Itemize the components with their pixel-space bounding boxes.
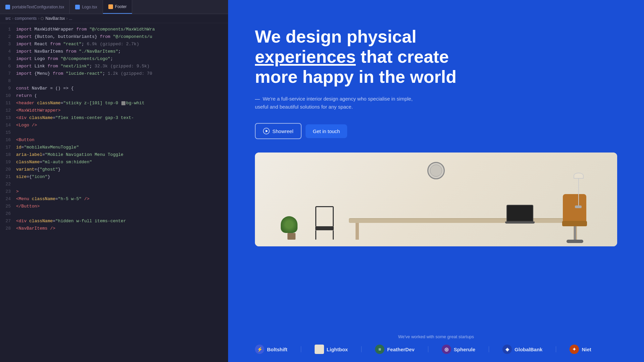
- component-icon: ⬡: [41, 16, 44, 21]
- code-line-19: className="ml-auto sm:hidden": [15, 159, 228, 166]
- ln-19: 19: [5, 159, 11, 166]
- ln-14: 14: [5, 122, 11, 129]
- breadcrumb-src: src: [5, 16, 11, 21]
- lamp-arm: [578, 179, 579, 205]
- code-line-11: <header className="sticky z-[101] top-0 …: [15, 100, 228, 107]
- room-scene: [255, 153, 617, 246]
- code-line-4: import NavBarItems from "./NavBarItems";: [15, 48, 228, 55]
- featherdev-label: FeatherDev: [387, 347, 415, 352]
- code-line-24: <Menu className="h-5 w-5" />: [15, 195, 228, 203]
- desk-surface: [349, 218, 584, 223]
- code-line-1: import MaxWidthWrapper from "@/component…: [15, 26, 228, 33]
- showreel-button[interactable]: Showreel: [255, 123, 302, 139]
- plant-pot: [287, 233, 296, 240]
- brown-chair-base: [574, 226, 576, 240]
- lightbox-icon: [315, 345, 324, 354]
- code-line-22: [15, 181, 228, 188]
- ln-13: 13: [5, 114, 11, 122]
- chair-back: [315, 206, 334, 226]
- ln-24: 24: [5, 195, 11, 203]
- globalbank-icon: ◈: [502, 345, 512, 354]
- plant: [285, 216, 298, 240]
- code-line-21: size={"icon"}: [15, 173, 228, 181]
- code-line-26: [15, 210, 228, 218]
- spherule-label: Spherule: [454, 347, 475, 352]
- hero-section: We design physical experiences that crea…: [228, 0, 644, 153]
- laptop-screen: [506, 205, 533, 222]
- ln-12: 12: [5, 107, 11, 114]
- code-line-15: [15, 129, 228, 136]
- code-line-17: id="mobileNavMenuToggle": [15, 144, 228, 151]
- contact-label: Get in touch: [313, 128, 340, 134]
- code-line-13: <div className="flex items-center gap-3 …: [15, 114, 228, 122]
- brown-chair-wheel: [567, 240, 583, 243]
- chair-leg-left: [315, 230, 316, 240]
- tab-label-3: Footer: [115, 4, 127, 9]
- line-numbers: 1 2 3 4 5 6 7 8 9 10 11 12 13 14 15 16 1…: [0, 23, 15, 362]
- lamp-base: [575, 205, 582, 208]
- divider-1: [301, 346, 301, 352]
- code-line-8: [15, 77, 228, 85]
- code-area: 1 2 3 4 5 6 7 8 9 10 11 12 13 14 15 16 1…: [0, 23, 228, 362]
- partial-icon: [108, 4, 113, 9]
- brown-chair-seat: [562, 221, 587, 226]
- code-line-2: import {Button, buttonVariants} from "@/…: [15, 33, 228, 41]
- brand-globalbank: ◈ GlobalBank: [502, 345, 542, 354]
- chair-leg-right: [333, 230, 334, 240]
- ln-3: 3: [8, 41, 11, 48]
- ln-16: 16: [5, 136, 11, 144]
- hero-subtitle: — We're a full-service interior design a…: [255, 95, 416, 111]
- ln-21: 21: [5, 173, 11, 181]
- code-editor-panel: portableTextConfiguration.tsx Logo.tsx F…: [0, 0, 228, 362]
- code-line-7: import {Menu} from "lucide-react"; 1.2k …: [15, 70, 228, 77]
- wall-clock: [427, 162, 445, 179]
- niet-icon: ✦: [570, 345, 579, 354]
- ln-10: 10: [5, 92, 11, 100]
- ln-23: 23: [5, 188, 11, 195]
- breadcrumb-ellipsis: ...: [69, 16, 72, 21]
- divider-2: [361, 346, 362, 352]
- boltshift-label: Boltshift: [267, 347, 287, 352]
- hero-buttons: Showreel Get in touch: [255, 123, 617, 139]
- laptop: [506, 205, 533, 224]
- code-line-12: <MaxWidthWrapper>: [15, 107, 228, 114]
- code-line-20: variant={"ghost"}: [15, 166, 228, 173]
- breadcrumb-components: components: [15, 16, 37, 21]
- brand-spherule: ◎ Spherule: [442, 345, 475, 354]
- ln-15: 15: [5, 129, 11, 136]
- globalbank-label: GlobalBank: [515, 347, 542, 352]
- ln-26: 26: [5, 210, 11, 218]
- divider-3: [428, 346, 428, 352]
- ln-9: 9: [8, 85, 11, 92]
- tsx-icon-2: [75, 5, 80, 9]
- laptop-base: [505, 222, 535, 224]
- room-image: [255, 153, 617, 246]
- tab-logo[interactable]: Logo.tsx: [70, 0, 103, 14]
- code-line-28: <NavBarItems />: [15, 225, 228, 232]
- brands-section: We've worked with some great startups ⚡ …: [228, 326, 644, 362]
- code-line-25: </Button>: [15, 203, 228, 210]
- ln-4: 4: [8, 48, 11, 55]
- plant-leaves: [281, 216, 298, 233]
- chair-legs: [315, 230, 334, 240]
- hero-title: We design physical experiences that crea…: [255, 27, 483, 87]
- tab-footer[interactable]: Footer: [103, 0, 132, 14]
- divider-4: [489, 346, 489, 352]
- desk-legs: [349, 223, 584, 240]
- ln-22: 22: [5, 181, 11, 188]
- tab-label-2: Logo.tsx: [82, 5, 97, 9]
- brand-featherdev: ≡ FeatherDev: [375, 345, 415, 354]
- ln-6: 6: [8, 63, 11, 70]
- code-line-27: <div className="hidden w-full items-cent…: [15, 218, 228, 225]
- code-line-5: import Logo from "@/components/Logo";: [15, 55, 228, 63]
- sep-3: ›: [66, 16, 67, 21]
- brand-boltshift: ⚡ Boltshift: [255, 345, 287, 354]
- tab-portable-text[interactable]: portableTextConfiguration.tsx: [0, 0, 70, 14]
- ln-11: 11: [5, 100, 11, 107]
- ln-18: 18: [5, 151, 11, 159]
- tab-bar: portableTextConfiguration.tsx Logo.tsx F…: [0, 0, 228, 14]
- code-line-14: <Logo />: [15, 122, 228, 129]
- lightbox-label: Lightbox: [327, 347, 348, 352]
- contact-button[interactable]: Get in touch: [306, 124, 347, 138]
- play-icon: [263, 128, 270, 134]
